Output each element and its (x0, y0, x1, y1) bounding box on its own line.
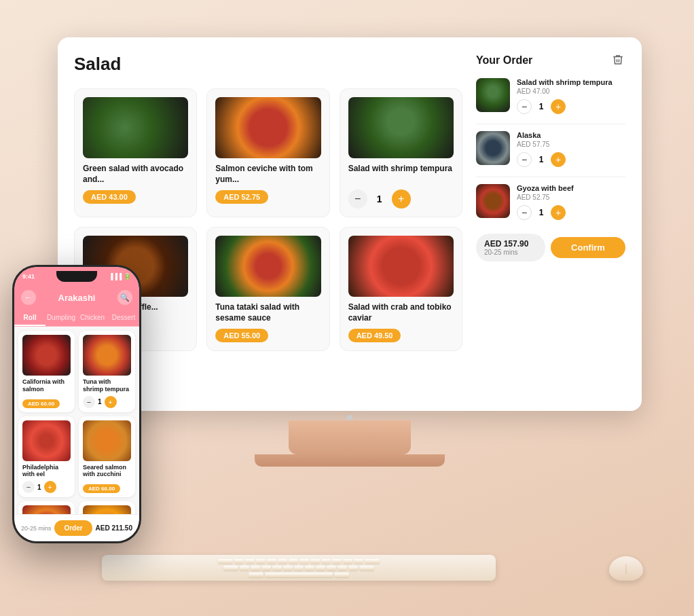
phone-food-image-6 (83, 505, 131, 514)
order-qty-decrease-3[interactable]: − (517, 205, 532, 220)
phone-food-card-4[interactable]: Seared salmon with zucchini AED 66.00 (79, 416, 135, 498)
confirm-button[interactable]: Confirm (551, 237, 625, 258)
phone-food-name-4: Seared salmon with zucchini (83, 464, 131, 479)
order-total-time: 20-25 mins (484, 249, 537, 256)
key (343, 559, 352, 564)
phone-qty-decrease-3[interactable]: − (22, 481, 35, 493)
key (310, 559, 320, 564)
order-qty-increase-1[interactable]: + (551, 99, 566, 114)
order-divider-1 (476, 124, 625, 124)
order-qty-decrease-2[interactable]: − (517, 152, 532, 167)
food-card-name-salad5: Tuna tataki salad with sesame sauce (215, 302, 321, 323)
phone-qty-decrease-2[interactable]: − (83, 396, 95, 408)
phone-qty-control-2: − 1 + (83, 396, 131, 408)
order-qty-increase-3[interactable]: + (551, 205, 566, 220)
key (348, 566, 358, 570)
phone-qty-num-2: 1 (98, 398, 102, 405)
key (283, 566, 293, 570)
key (334, 573, 349, 577)
phone-order-button[interactable]: Order (54, 520, 92, 536)
order-item-2: Alaska AED 57.75 − 1 + (476, 131, 625, 167)
phone-header: ← Arakashi 🔍 (14, 286, 139, 310)
phone-food-image-2 (83, 335, 131, 376)
section-title: Salad (74, 54, 462, 75)
phone-food-name-2: Tuna with shrimp tempura (83, 378, 131, 393)
qty-decrease-salad3[interactable]: − (348, 189, 367, 209)
food-card-name-salad3: Salad with shrimp tempura (348, 164, 454, 184)
phone-footer: 20-25 mins Order AED 211.50 (14, 514, 139, 541)
phone-nav-roll[interactable]: Roll (14, 310, 45, 326)
price-badge-salad5[interactable]: AED 55.00 (215, 329, 268, 342)
food-card-salad3[interactable]: Salad with shrimp tempura − 1 + (340, 88, 462, 217)
price-badge-salad1[interactable]: AED 43.00 (83, 190, 136, 204)
phone-price-badge-1[interactable]: AED 60.00 (22, 399, 60, 408)
key (218, 559, 233, 564)
order-qty-decrease-1[interactable]: − (517, 99, 532, 114)
order-title: Your Order (476, 54, 532, 67)
price-badge-salad2[interactable]: AED 52.75 (215, 190, 268, 204)
order-qty-increase-2[interactable]: + (551, 152, 566, 167)
key (327, 566, 336, 570)
order-item-price-1: AED 47.00 (517, 88, 625, 95)
food-card-salad6[interactable]: Salad with crab and tobiko caviar AED 49… (340, 227, 462, 351)
order-item-info-3: Gyoza with beef AED 52.75 − 1 + (517, 184, 625, 220)
food-card-name-salad2: Salmon ceviche with tom yum... (215, 164, 321, 185)
key (305, 566, 314, 570)
keyboard (102, 555, 496, 581)
phone-food-name-3: Philadelphia with eel (22, 464, 71, 479)
phone-food-card-5[interactable] (18, 501, 75, 514)
monitor-dot (347, 415, 352, 420)
food-card-image-salad1 (83, 97, 188, 158)
phone-food-card-1[interactable]: California with salmon AED 60.00 (18, 331, 75, 412)
food-card-name-salad6: Salad with crab and tobiko caviar (348, 302, 454, 323)
phone-nav-dessert[interactable]: Dessert (108, 310, 139, 326)
key (272, 566, 282, 570)
phone-nav: Roll Dumpling Chicken Dessert (14, 310, 139, 327)
key (256, 559, 266, 564)
order-footer: AED 157.90 20-25 mins Confirm (476, 234, 625, 261)
trash-icon[interactable] (612, 54, 625, 67)
phone-nav-chicken[interactable]: Chicken (77, 310, 108, 326)
phone-qty-increase-3[interactable]: + (44, 481, 56, 493)
phone-notch (56, 271, 97, 282)
order-total-amount: AED 157.90 (484, 239, 537, 249)
order-qty-control-1: − 1 + (517, 99, 625, 114)
order-item-image-2 (476, 131, 510, 165)
phone-time: 9:41 (22, 273, 35, 280)
phone-food-card-6[interactable] (79, 501, 135, 514)
food-card-salad1[interactable]: Green salad with avocado and... AED 43.0… (74, 88, 197, 217)
phone-footer-time: 20-25 mins (21, 525, 52, 532)
phone-qty-increase-2[interactable]: + (105, 396, 117, 408)
order-total-badge: AED 157.90 20-25 mins (476, 234, 545, 261)
phone-back-button[interactable]: ← (21, 290, 36, 305)
mouse (609, 556, 650, 583)
back-icon: ← (24, 293, 33, 302)
phone-price-badge-4[interactable]: AED 66.00 (83, 484, 120, 493)
key (223, 566, 238, 570)
key (299, 559, 309, 564)
key (359, 566, 374, 570)
order-item-name-1: Salad with shrimp tempura (517, 78, 625, 86)
desktop-monitor: Salad Green salad with avocado and... AE… (58, 37, 642, 458)
food-card-salad2[interactable]: Salmon ceviche with tom yum... AED 52.75 (206, 88, 329, 217)
phone-signal: ▐▐▐ 🔋 (109, 273, 131, 280)
order-item-1: Salad with shrimp tempura AED 47.00 − 1 … (476, 78, 625, 114)
order-qty-control-3: − 1 + (517, 205, 625, 220)
order-header: Your Order (476, 54, 625, 67)
price-badge-salad6[interactable]: AED 49.50 (348, 329, 401, 342)
keyboard-row-2 (106, 566, 492, 570)
phone-food-card-2[interactable]: Tuna with shrimp tempura − 1 + (79, 331, 135, 412)
qty-increase-salad3[interactable]: + (392, 189, 411, 209)
phone-food-image-1 (22, 335, 71, 376)
phone-qty-num-3: 1 (37, 484, 41, 491)
food-card-salad5[interactable]: Tuna tataki salad with sesame sauce AED … (206, 227, 329, 351)
mouse-body (609, 556, 643, 581)
food-card-image-salad5 (215, 236, 321, 297)
key (278, 559, 287, 564)
phone-nav-dumpling[interactable]: Dumpling (45, 310, 77, 326)
phone-food-card-3[interactable]: Philadelphia with eel − 1 + (18, 416, 75, 498)
phone-restaurant-name: Arakashi (58, 293, 96, 303)
phone-search-button[interactable]: 🔍 (117, 290, 132, 305)
key (365, 559, 380, 564)
order-item-image-1 (476, 78, 510, 112)
